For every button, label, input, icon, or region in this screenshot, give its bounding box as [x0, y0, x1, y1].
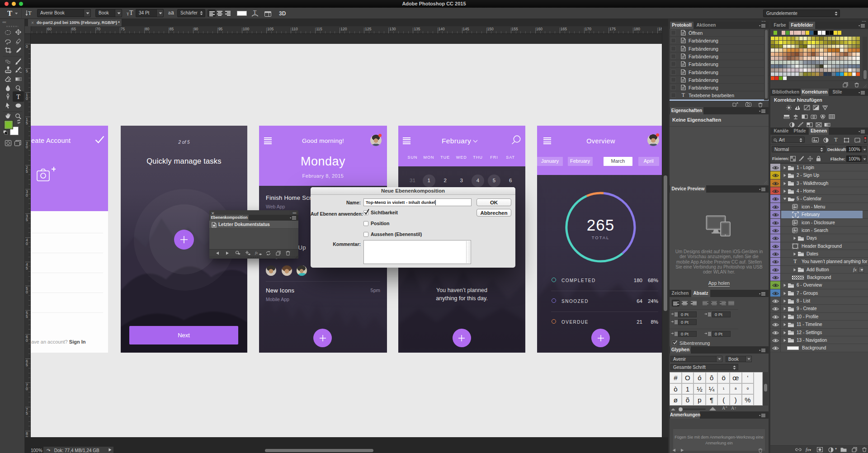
svg-text:T: T — [794, 212, 797, 217]
svg-text:T: T — [16, 94, 20, 100]
